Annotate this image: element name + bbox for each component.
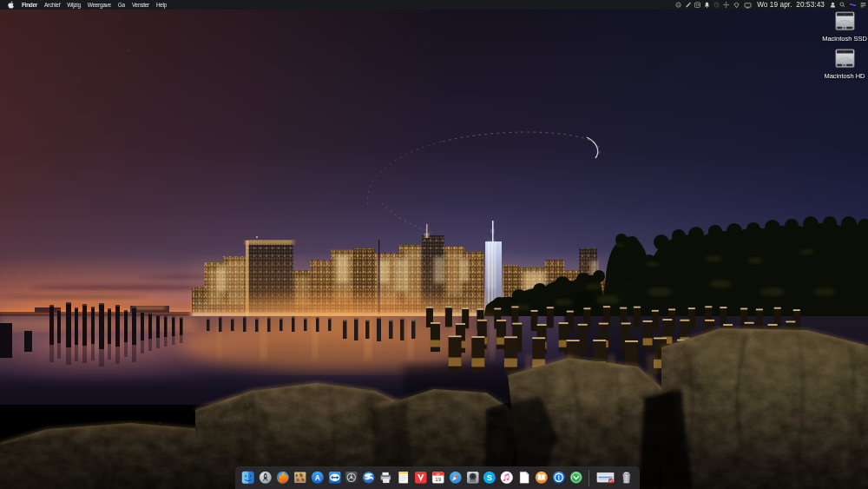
svg-text:0: 0 <box>678 3 681 7</box>
svg-text:DivX: DivX <box>470 479 477 483</box>
svg-text:apr: apr <box>436 472 439 476</box>
svg-text:19: 19 <box>696 3 700 7</box>
svg-text:S: S <box>487 473 492 482</box>
svg-text:19: 19 <box>435 477 441 483</box>
svg-text:A: A <box>315 474 320 482</box>
